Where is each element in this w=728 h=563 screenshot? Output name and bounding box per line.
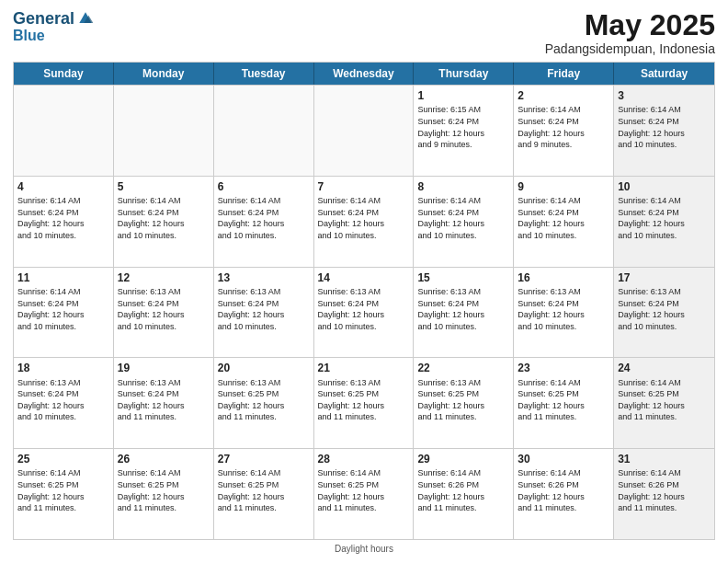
calendar-header: SundayMondayTuesdayWednesdayThursdayFrid… [14,63,714,85]
table-row: 9Sunrise: 6:14 AM Sunset: 6:24 PM Daylig… [514,177,614,267]
logo-icon [76,9,95,28]
day-number: 1 [417,88,509,103]
day-number: 14 [318,270,410,285]
page: General Blue May 2025 Padangsidempuan, I… [0,0,728,563]
header-day-thursday: Thursday [414,63,514,85]
table-row [314,86,415,176]
day-info: Sunrise: 6:14 AM Sunset: 6:24 PM Dayligh… [318,195,410,241]
day-number: 9 [518,179,609,194]
table-row: 12Sunrise: 6:13 AM Sunset: 6:24 PM Dayli… [114,268,214,358]
day-info: Sunrise: 6:14 AM Sunset: 6:25 PM Dayligh… [118,467,210,513]
day-number: 20 [218,361,310,375]
table-row: 29Sunrise: 6:14 AM Sunset: 6:26 PM Dayli… [414,449,514,539]
header-day-monday: Monday [114,63,214,85]
table-row: 26Sunrise: 6:14 AM Sunset: 6:25 PM Dayli… [114,449,214,539]
day-number: 6 [218,179,310,194]
table-row: 31Sunrise: 6:14 AM Sunset: 6:26 PM Dayli… [614,449,714,539]
day-number: 24 [618,361,711,375]
day-info: Sunrise: 6:14 AM Sunset: 6:24 PM Dayligh… [618,195,711,241]
day-info: Sunrise: 6:13 AM Sunset: 6:24 PM Dayligh… [218,286,310,332]
day-number: 18 [17,361,109,375]
day-info: Sunrise: 6:14 AM Sunset: 6:25 PM Dayligh… [518,377,609,423]
day-info: Sunrise: 6:14 AM Sunset: 6:24 PM Dayligh… [17,195,109,241]
table-row: 18Sunrise: 6:13 AM Sunset: 6:24 PM Dayli… [14,358,114,448]
table-row: 20Sunrise: 6:13 AM Sunset: 6:25 PM Dayli… [214,358,314,448]
table-row: 1Sunrise: 6:15 AM Sunset: 6:24 PM Daylig… [414,86,514,176]
day-info: Sunrise: 6:13 AM Sunset: 6:24 PM Dayligh… [518,286,609,332]
table-row: 4Sunrise: 6:14 AM Sunset: 6:24 PM Daylig… [14,177,114,267]
day-info: Sunrise: 6:14 AM Sunset: 6:25 PM Dayligh… [618,377,711,423]
day-info: Sunrise: 6:14 AM Sunset: 6:24 PM Dayligh… [118,195,210,241]
day-info: Sunrise: 6:14 AM Sunset: 6:26 PM Dayligh… [417,467,509,513]
table-row: 22Sunrise: 6:13 AM Sunset: 6:25 PM Dayli… [414,358,514,448]
day-info: Sunrise: 6:13 AM Sunset: 6:24 PM Dayligh… [417,286,509,332]
header-day-wednesday: Wednesday [314,63,415,85]
day-number: 23 [518,361,609,375]
day-number: 16 [518,270,609,285]
day-info: Sunrise: 6:14 AM Sunset: 6:24 PM Dayligh… [618,104,711,150]
day-info: Sunrise: 6:13 AM Sunset: 6:24 PM Dayligh… [618,286,711,332]
location-subtitle: Padangsidempuan, Indonesia [545,41,715,56]
calendar-row-2: 11Sunrise: 6:14 AM Sunset: 6:24 PM Dayli… [14,267,714,358]
table-row: 8Sunrise: 6:14 AM Sunset: 6:24 PM Daylig… [414,177,514,267]
day-info: Sunrise: 6:13 AM Sunset: 6:24 PM Dayligh… [118,286,210,332]
calendar: SundayMondayTuesdayWednesdayThursdayFrid… [13,62,715,540]
header-day-tuesday: Tuesday [214,63,314,85]
day-number: 11 [17,270,109,285]
day-info: Sunrise: 6:13 AM Sunset: 6:25 PM Dayligh… [318,377,410,423]
header-day-friday: Friday [514,63,614,85]
day-number: 26 [118,452,210,466]
day-info: Sunrise: 6:14 AM Sunset: 6:24 PM Dayligh… [218,195,310,241]
day-info: Sunrise: 6:14 AM Sunset: 6:24 PM Dayligh… [518,195,609,241]
table-row: 15Sunrise: 6:13 AM Sunset: 6:24 PM Dayli… [414,268,514,358]
table-row: 7Sunrise: 6:14 AM Sunset: 6:24 PM Daylig… [314,177,415,267]
table-row: 17Sunrise: 6:13 AM Sunset: 6:24 PM Dayli… [614,268,714,358]
logo-text-general: General [13,10,74,27]
footer-note: Daylight hours [13,544,715,554]
day-number: 7 [318,179,410,194]
calendar-row-3: 18Sunrise: 6:13 AM Sunset: 6:24 PM Dayli… [14,357,714,448]
day-number: 12 [118,270,210,285]
day-info: Sunrise: 6:14 AM Sunset: 6:24 PM Dayligh… [17,286,109,332]
header: General Blue May 2025 Padangsidempuan, I… [13,9,715,56]
header-day-sunday: Sunday [14,63,114,85]
day-number: 19 [118,361,210,375]
day-number: 22 [417,361,509,375]
day-number: 13 [218,270,310,285]
table-row: 21Sunrise: 6:13 AM Sunset: 6:25 PM Dayli… [314,358,415,448]
day-number: 3 [618,88,711,103]
calendar-row-0: 1Sunrise: 6:15 AM Sunset: 6:24 PM Daylig… [14,85,714,176]
logo: General Blue [13,9,95,44]
day-info: Sunrise: 6:14 AM Sunset: 6:25 PM Dayligh… [218,467,310,513]
title-block: May 2025 Padangsidempuan, Indonesia [545,9,715,56]
day-info: Sunrise: 6:15 AM Sunset: 6:24 PM Dayligh… [417,104,509,150]
day-number: 8 [417,179,509,194]
table-row [14,86,114,176]
day-number: 28 [318,452,410,466]
header-day-saturday: Saturday [614,63,714,85]
day-number: 15 [417,270,509,285]
day-info: Sunrise: 6:14 AM Sunset: 6:24 PM Dayligh… [518,104,609,150]
day-number: 25 [17,452,109,466]
day-info: Sunrise: 6:14 AM Sunset: 6:24 PM Dayligh… [417,195,509,241]
day-info: Sunrise: 6:14 AM Sunset: 6:25 PM Dayligh… [318,467,410,513]
table-row: 10Sunrise: 6:14 AM Sunset: 6:24 PM Dayli… [614,177,714,267]
day-number: 29 [417,452,509,466]
day-info: Sunrise: 6:13 AM Sunset: 6:25 PM Dayligh… [417,377,509,423]
table-row: 11Sunrise: 6:14 AM Sunset: 6:24 PM Dayli… [14,268,114,358]
table-row: 13Sunrise: 6:13 AM Sunset: 6:24 PM Dayli… [214,268,314,358]
month-title: May 2025 [545,9,715,41]
table-row: 14Sunrise: 6:13 AM Sunset: 6:24 PM Dayli… [314,268,415,358]
day-number: 30 [518,452,609,466]
day-number: 27 [218,452,310,466]
table-row: 24Sunrise: 6:14 AM Sunset: 6:25 PM Dayli… [614,358,714,448]
table-row: 25Sunrise: 6:14 AM Sunset: 6:25 PM Dayli… [14,449,114,539]
table-row: 6Sunrise: 6:14 AM Sunset: 6:24 PM Daylig… [214,177,314,267]
table-row: 16Sunrise: 6:13 AM Sunset: 6:24 PM Dayli… [514,268,614,358]
table-row: 2Sunrise: 6:14 AM Sunset: 6:24 PM Daylig… [514,86,614,176]
day-info: Sunrise: 6:13 AM Sunset: 6:24 PM Dayligh… [118,377,210,423]
table-row: 30Sunrise: 6:14 AM Sunset: 6:26 PM Dayli… [514,449,614,539]
calendar-row-1: 4Sunrise: 6:14 AM Sunset: 6:24 PM Daylig… [14,176,714,267]
calendar-row-4: 25Sunrise: 6:14 AM Sunset: 6:25 PM Dayli… [14,448,714,539]
day-number: 17 [618,270,711,285]
